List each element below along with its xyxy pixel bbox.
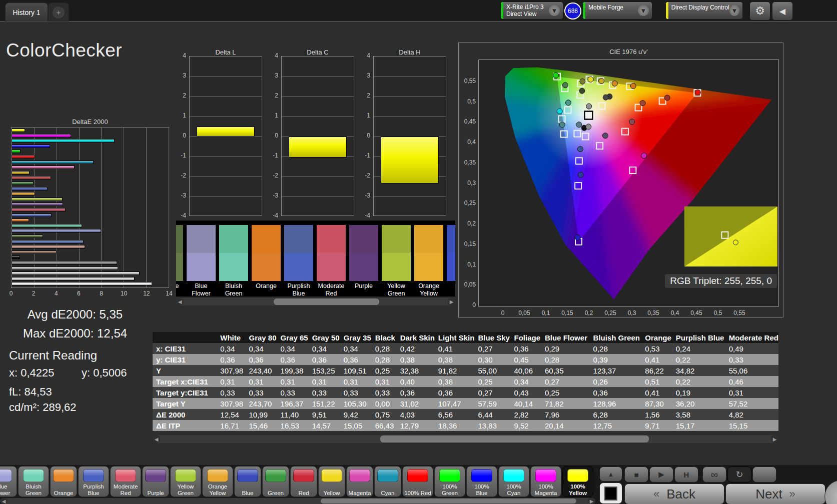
patch-button-yellow[interactable]: Yellow [318,466,345,497]
step-button[interactable]: H [674,466,698,482]
column-header-blue-sky[interactable]: Blue Sky [475,332,511,343]
cie-measured-marker [565,100,571,106]
loop-button[interactable]: ∞ [702,466,726,482]
table-cell: 0,00 [372,398,397,409]
patch-button-blue-flower[interactable]: Blue Flower [0,466,17,497]
collapse-panel-button[interactable]: ◀ [772,2,793,20]
scrollbar-track[interactable] [8,498,588,504]
patch-scroll-up-button[interactable]: ▲ [599,466,622,482]
table-cell: 0,42 [397,343,435,354]
meter-dropdown[interactable]: X-Rite i1Pro 3Direct View ▼ [500,2,563,20]
patch-button-green[interactable]: Green [262,466,289,497]
swatch-strip-scrollbar[interactable]: ◀ ▶ [176,298,455,306]
table-cell: 9,42 [340,409,372,420]
patch-color-swatch [321,469,342,482]
deltae-bar-blue [12,187,48,190]
stop-button[interactable]: ■ [624,466,648,482]
y-tick-label: -3 [173,192,186,199]
patch-button-purple[interactable]: Purple [142,466,169,497]
swatch-purplish-blue: Purplish Blue [284,225,313,296]
column-header-orange[interactable]: Orange [641,332,672,343]
column-header-gray-65[interactable]: Gray 65 [277,332,309,343]
gridline [190,196,262,197]
patch-button-yellow-green[interactable]: Yellow Green [170,466,201,497]
next-button[interactable]: Next » [725,484,825,504]
column-header-purplish-blue[interactable]: Purplish Blue [672,332,725,343]
scroll-right-icon[interactable]: ▶ [588,498,595,504]
column-header-gray-35[interactable]: Gray 35 [340,332,372,343]
column-header-gray-80[interactable]: Gray 80 [245,332,277,343]
scroll-left-icon[interactable]: ◀ [0,498,8,504]
patch-button-100-cyan[interactable]: 100% Cyan [498,466,529,497]
scrollbar-thumb[interactable] [321,498,576,504]
patch-button-cyan[interactable]: Cyan [374,466,401,497]
patch-button-bluish-green[interactable]: Bluish Green [18,466,49,497]
play-button[interactable]: ▶ [649,466,673,482]
patch-bar-scrollbar[interactable]: ◀ ▶ [0,498,595,504]
column-header-blue-flower[interactable]: Blue Flower [541,332,590,343]
patch-button-100-magenta[interactable]: 100% Magenta [530,466,561,497]
column-header-light-skin[interactable]: Light Skin [435,332,475,343]
patch-button-moderate-red[interactable]: Moderate Red [110,466,141,497]
scroll-right-icon[interactable]: ▶ [771,435,778,443]
record-button[interactable] [752,466,776,482]
deltae-bar-dark-skin [12,250,57,254]
table-cell: 0,27 [541,376,590,387]
scrollbar-track[interactable] [160,435,771,443]
patch-button-100-blue[interactable]: 100% Blue [466,466,497,497]
scroll-right-icon[interactable]: ▶ [448,298,455,306]
table-cell: 243,70 [245,398,277,409]
swatch-measured-half [187,225,216,253]
patch-button-100-yellow[interactable]: 100% Yellow [562,466,593,497]
table-scrollbar[interactable]: ◀ ▶ [153,435,778,443]
deltae-bar-yellow [12,171,30,174]
cie-chart-title: CIE 1976 u'v' [478,48,779,56]
scrollbar-thumb[interactable] [380,436,649,442]
patch-button-magenta[interactable]: Magenta [346,466,373,497]
y-tick-label: 2 [265,92,278,99]
swatch-bluish-green: Bluish Green [219,225,248,296]
table-cell: 0,28 [590,343,642,354]
patch-button-100-green[interactable]: 100% Green [434,466,465,497]
scroll-left-icon[interactable]: ◀ [176,298,184,306]
cie-measured-marker [553,72,558,78]
cie-measured-marker [630,83,636,88]
continuous-read-button[interactable]: ↻ [727,466,751,482]
scrollbar-track[interactable] [184,298,448,306]
patch-button-blue[interactable]: Blue [234,466,261,497]
corner-dial-button[interactable] [824,480,837,504]
pattern-window-button[interactable] [599,482,622,504]
column-header-dark-skin[interactable]: Dark Skin [397,332,435,343]
settings-button[interactable]: ⚙ [749,2,770,20]
source-dropdown[interactable]: Mobile Forge ▼ [582,2,652,20]
column-header-moderate-red[interactable]: Moderate Red [725,332,778,343]
table-cell: 71,82 [541,398,590,409]
patch-button-purplish-blue[interactable]: Purplish Blue [78,466,109,497]
column-header-white[interactable]: White [217,332,245,343]
column-header-black[interactable]: Black [372,332,397,343]
cie-measured-marker [640,100,645,106]
display-control-dropdown[interactable]: Direct Display Control ▼ [665,2,743,20]
swatch-target-half [219,253,248,281]
patch-button-orange-yellow[interactable]: Orange Yellow [202,466,233,497]
column-header-gray-50[interactable]: Gray 50 [309,332,340,343]
back-button[interactable]: « Back [624,484,724,504]
deltae-bar-green [12,182,34,185]
table-cell: 0,27 [475,343,511,354]
table-cell: 196,37 [277,398,309,409]
add-tab-button[interactable]: + [48,2,69,22]
table-cell: 6,28 [590,409,642,420]
swatch-colors [176,225,183,281]
meter-count-badge[interactable]: 686 [564,2,581,20]
patch-button-orange[interactable]: Orange [50,466,77,497]
scroll-left-icon[interactable]: ◀ [153,435,160,443]
scrollbar-thumb[interactable] [274,298,379,305]
swatch-measured-half [349,225,378,253]
column-header-bluish-green[interactable]: Bluish Green [590,332,642,343]
deltae-bar-bluish-green [12,224,82,228]
tab-history-1[interactable]: History 1 [5,2,48,22]
patch-button-red[interactable]: Red [290,466,317,497]
table-cell: 0,36 [245,354,277,365]
patch-button-100-red[interactable]: 100% Red [402,466,433,497]
column-header-foliage[interactable]: Foliage [511,332,541,343]
